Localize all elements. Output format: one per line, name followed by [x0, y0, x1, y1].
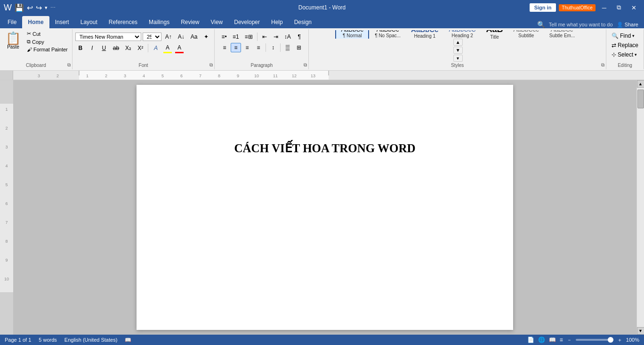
subscript-button[interactable]: X₂: [123, 43, 134, 53]
tab-references[interactable]: References: [103, 16, 143, 28]
style-subtitle[interactable]: AaBbCcc Subtitle: [509, 30, 544, 39]
align-right-button[interactable]: ≡: [242, 43, 252, 52]
clear-formatting-button[interactable]: ✦: [201, 32, 211, 41]
decrease-indent-button[interactable]: ⇤: [259, 32, 270, 41]
line-spacing-button[interactable]: ↕: [268, 43, 278, 52]
bold-button[interactable]: B: [75, 43, 86, 53]
separator2: [257, 33, 258, 41]
tab-layout[interactable]: Layout: [75, 16, 103, 28]
share-icon[interactable]: 👤 Share: [617, 22, 638, 28]
svg-text:8: 8: [5, 239, 8, 244]
style-heading1[interactable]: AaBbCc Heading 1: [406, 30, 443, 39]
tab-review[interactable]: Review: [175, 16, 205, 28]
view-read-icon[interactable]: 📖: [549, 337, 556, 343]
style-heading1-preview: AaBbCc: [411, 30, 438, 33]
superscript-button[interactable]: X²: [135, 43, 145, 53]
styles-scroll-up[interactable]: ▲: [453, 39, 463, 46]
styles-more[interactable]: ▾: [453, 55, 463, 62]
tab-developer[interactable]: Developer: [228, 16, 266, 28]
strikethrough-button[interactable]: ab: [111, 43, 121, 53]
zoom-slider[interactable]: [576, 339, 613, 341]
shading-button[interactable]: ▒: [282, 43, 293, 52]
show-marks-button[interactable]: ¶: [294, 32, 305, 41]
styles-scroll-down[interactable]: ▼: [453, 47, 463, 54]
clipboard-expand[interactable]: ⧉: [67, 62, 71, 68]
scroll-thumb[interactable]: [637, 90, 644, 108]
change-case-button[interactable]: Aa: [188, 32, 200, 41]
multilevel-button[interactable]: ≡⊞: [242, 32, 255, 41]
scroll-up-button[interactable]: ▲: [637, 80, 644, 88]
style-title[interactable]: AaB Title: [482, 30, 508, 39]
tab-file[interactable]: File: [2, 16, 22, 28]
view-web-icon[interactable]: 🌐: [538, 337, 545, 343]
restore-button[interactable]: ⧉: [613, 3, 625, 12]
find-button[interactable]: 🔍 Find ▾: [610, 32, 636, 40]
align-center-button[interactable]: ≡: [231, 43, 241, 52]
minimize-button[interactable]: ─: [598, 3, 610, 12]
svg-text:9: 9: [237, 74, 239, 78]
styles-expand[interactable]: ⧉: [601, 62, 605, 68]
scroll-down-button[interactable]: ▼: [637, 327, 644, 335]
paragraph-expand[interactable]: ⧉: [303, 62, 307, 68]
select-button[interactable]: ⊹ Select ▾: [610, 51, 638, 58]
svg-text:3: 3: [5, 145, 8, 149]
svg-text:13: 13: [311, 74, 315, 78]
document-area[interactable]: CÁCH VIẾT HOA TRONG WORD: [13, 80, 636, 335]
font-name-select[interactable]: Times New Roman: [75, 33, 141, 41]
view-print-icon[interactable]: 📄: [527, 337, 534, 343]
tell-me-input[interactable]: Tell me what you want to do: [549, 22, 613, 27]
tab-insert[interactable]: Insert: [49, 16, 75, 28]
sign-in-button[interactable]: Sign in: [530, 3, 556, 12]
style-normal[interactable]: AaBbCc ¶ Normal: [335, 30, 369, 39]
quick-redo[interactable]: ↪: [36, 3, 42, 12]
font-expand[interactable]: ⧉: [209, 62, 213, 68]
text-effects-button[interactable]: A: [151, 43, 161, 53]
format-painter-button[interactable]: 🖌 Format Painter: [25, 46, 69, 53]
close-button[interactable]: ✕: [628, 3, 640, 12]
font-size-select[interactable]: 25: [143, 33, 161, 41]
tab-help[interactable]: Help: [266, 16, 289, 28]
italic-button[interactable]: I: [87, 43, 97, 53]
svg-text:12: 12: [292, 74, 297, 78]
replace-button[interactable]: ⇄ Replace: [610, 41, 640, 49]
font-increase-button[interactable]: A↑: [163, 32, 174, 41]
document-title-text[interactable]: CÁCH VIẾT HOA TRONG WORD: [174, 141, 475, 155]
quick-undo[interactable]: ↩: [27, 3, 33, 12]
font-color-button[interactable]: A: [174, 43, 185, 52]
style-heading2[interactable]: AaBbCcC Heading 2: [444, 30, 480, 39]
highlight-button[interactable]: A: [162, 43, 173, 52]
zoom-in-button[interactable]: ＋: [617, 337, 622, 344]
language[interactable]: English (United States): [64, 337, 118, 343]
ribbon-tabs: File Home Insert Layout References Maili…: [0, 15, 644, 28]
view-outline-icon[interactable]: ≡: [560, 337, 563, 343]
zoom-level[interactable]: 100%: [626, 337, 639, 343]
title-bar: W 💾 ↩ ↪ ▾ ⋯ Document1 - Word Sign in Thu…: [0, 0, 644, 15]
tab-mailings[interactable]: Mailings: [143, 16, 175, 28]
paste-button[interactable]: 📋 Paste: [3, 30, 24, 51]
sort-button[interactable]: ↕A: [282, 32, 293, 41]
copy-button[interactable]: ⧉ Copy: [25, 38, 69, 45]
quick-more[interactable]: ▾: [45, 5, 48, 11]
zoom-out-button[interactable]: －: [567, 337, 572, 344]
cut-button[interactable]: ✂ Cut: [25, 30, 69, 37]
justify-button[interactable]: ≡: [253, 43, 264, 52]
style-heading2-label: Heading 2: [451, 33, 473, 38]
bullets-button[interactable]: ≡•: [219, 32, 229, 41]
increase-indent-button[interactable]: ⇥: [271, 32, 281, 41]
cut-label: Cut: [32, 31, 40, 37]
quick-custom[interactable]: ⋯: [50, 5, 56, 11]
align-left-button[interactable]: ≡: [219, 43, 230, 52]
font-decrease-button[interactable]: A↓: [176, 32, 187, 41]
paragraph-group: ≡• ≡1 ≡⊞ ⇤ ⇥ ↕A ¶ ≡ ≡ ≡ ≡ ↕ ▒ ⊞ Paragra: [215, 29, 309, 69]
style-subtle-em[interactable]: AaBbCc Subtle Em...: [545, 30, 580, 39]
scroll-track[interactable]: [637, 88, 644, 327]
tab-design[interactable]: Design: [289, 16, 317, 28]
numbering-button[interactable]: ≡1: [230, 32, 242, 41]
tab-view[interactable]: View: [205, 16, 228, 28]
find-label: Find: [620, 33, 631, 39]
borders-button[interactable]: ⊞: [294, 43, 304, 52]
underline-button[interactable]: U: [99, 43, 109, 53]
quick-save[interactable]: 💾: [15, 3, 24, 12]
style-no-spacing[interactable]: AaBbCc ¶ No Spac...: [370, 30, 405, 39]
tab-home[interactable]: Home: [22, 16, 49, 28]
